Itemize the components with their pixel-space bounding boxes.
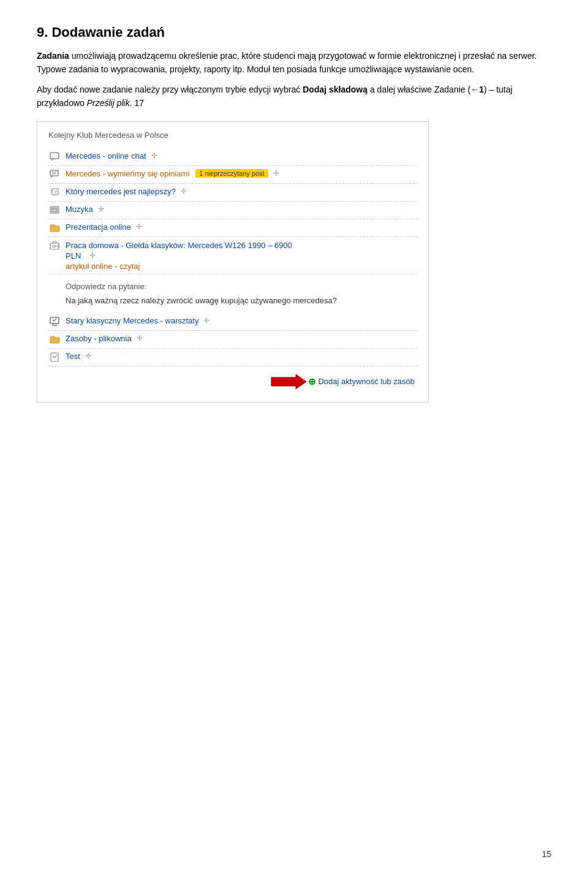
list-item: Praca domowa - Giełda klasyków: Mercedes… xyxy=(48,237,417,274)
item-link-muzyka[interactable]: Muzyka xyxy=(66,205,93,214)
list-item: Muzyka ✛ xyxy=(48,202,417,219)
item-link-opinion[interactable]: Mercedes - wymieńmy się opiniami xyxy=(66,169,189,178)
item-link-prezentacja[interactable]: Prezentacja online xyxy=(66,222,131,232)
move-handle[interactable]: ✛ xyxy=(137,334,143,342)
item-link-zasoby[interactable]: Zasoby - plikownia xyxy=(66,334,132,343)
item-link-warsztaty[interactable]: Stary klasyczny Mercedes - warsztaty xyxy=(66,316,198,325)
chat-icon xyxy=(48,151,62,162)
add-activity-row: ⊕ Dodaj aktywność lub zasób xyxy=(48,372,417,391)
screenshot-title: Kolejny Klub Mercedesa w Polsce xyxy=(48,130,417,140)
monitor-icon xyxy=(48,316,62,327)
item-link-test[interactable]: Test xyxy=(66,352,80,361)
svg-text:?: ? xyxy=(54,189,57,195)
list-item: Mercedes - wymieńmy się opiniami 1 niepr… xyxy=(48,166,417,184)
move-handle[interactable]: ✛ xyxy=(89,251,96,260)
question-icon: ? xyxy=(48,187,62,198)
item-link-question[interactable]: Który mercedes jest najlepszy? xyxy=(66,187,176,196)
list-item: Test ✛ xyxy=(48,349,417,366)
work-icon xyxy=(48,240,62,251)
item-link-artykul[interactable]: artykuł online - czytaj xyxy=(66,262,140,271)
intro-paragraph-2: Aby dodać nowe zadanie należy przy włącz… xyxy=(37,83,551,110)
page-number: 15 xyxy=(541,849,551,859)
move-handle[interactable]: ✛ xyxy=(136,222,142,231)
folder-icon xyxy=(48,222,62,233)
list-item: Prezentacja online ✛ xyxy=(48,219,417,237)
item-link-praca[interactable]: Praca domowa - Giełda klasyków: Mercedes… xyxy=(66,241,292,250)
move-handle[interactable]: ✛ xyxy=(151,151,157,160)
red-arrow-icon xyxy=(268,372,308,391)
page-heading: 9. Dodawanie zadań xyxy=(37,25,551,40)
svg-rect-14 xyxy=(50,338,59,343)
svg-rect-7 xyxy=(50,226,59,232)
svg-rect-15 xyxy=(51,353,58,361)
arrow-container: ⊕ Dodaj aktywność lub zasób xyxy=(268,372,415,391)
unread-badge: 1 nieprzeczytany post xyxy=(195,169,268,178)
svg-rect-1 xyxy=(50,170,58,176)
question-block: Odpowiedz na pytanie: Na jaką ważną rzec… xyxy=(66,281,417,307)
svg-rect-0 xyxy=(50,153,59,159)
opinion-icon xyxy=(48,169,62,180)
svg-point-9 xyxy=(53,245,55,248)
question-text: Na jaką ważną rzecz należy zwrócić uwagę… xyxy=(66,295,417,307)
move-handle[interactable]: ✛ xyxy=(181,187,187,195)
list-item: Mercedes - online chat ✛ xyxy=(48,148,417,166)
add-activity-button[interactable]: ⊕ Dodaj aktywność lub zasób xyxy=(308,376,415,387)
item-label-pln: PLN xyxy=(66,251,81,260)
move-handle[interactable]: ✛ xyxy=(203,316,209,325)
list-item: Stary klasyczny Mercedes - warsztaty ✛ xyxy=(48,313,417,331)
test-icon xyxy=(48,352,62,363)
add-activity-label: Dodaj aktywność lub zasób xyxy=(318,377,415,386)
list-item: ? Który mercedes jest najlepszy? ✛ xyxy=(48,184,417,202)
item-link-chat[interactable]: Mercedes - online chat xyxy=(66,151,146,161)
move-handle[interactable]: ✛ xyxy=(98,205,104,213)
folder2-icon xyxy=(48,334,62,345)
move-handle[interactable]: ✛ xyxy=(85,352,91,360)
intro-paragraph-1: Zadania umożliwiają prowadzącemu określe… xyxy=(37,49,551,77)
question-intro: Odpowiedz na pytanie: xyxy=(66,281,417,293)
move-handle[interactable]: ✛ xyxy=(273,169,279,178)
svg-marker-16 xyxy=(271,374,306,389)
list-item: Zasoby - plikownia ✛ xyxy=(48,331,417,349)
screenshot-container: Kolejny Klub Mercedesa w Polsce Mercedes… xyxy=(37,121,429,403)
image-icon xyxy=(48,205,62,216)
add-plus-icon: ⊕ xyxy=(308,376,316,387)
